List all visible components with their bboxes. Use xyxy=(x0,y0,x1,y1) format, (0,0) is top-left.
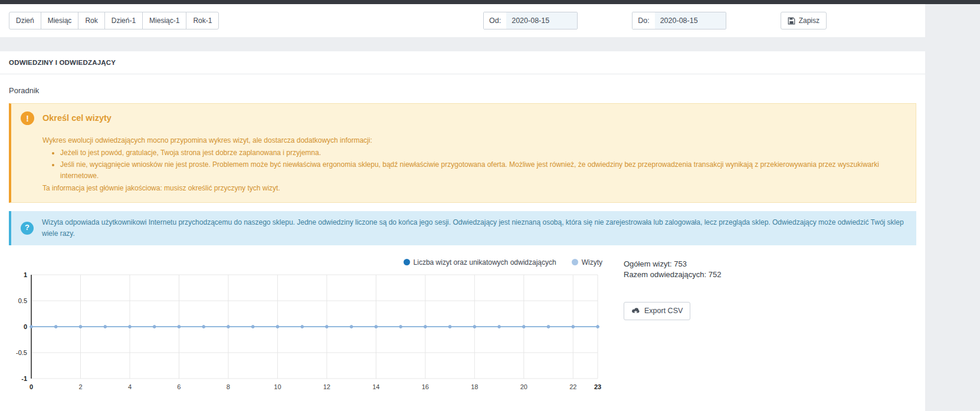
save-button[interactable]: Zapisz xyxy=(781,12,827,29)
date-to-input[interactable] xyxy=(655,12,726,29)
legend-item: Liczba wizyt oraz unikatowych odwidzając… xyxy=(404,258,556,267)
range-button-rok-1[interactable]: Rok-1 xyxy=(186,12,219,29)
date-toolbar: DzieńMiesiącRokDzień-1Miesiąc-1Rok-1 Od:… xyxy=(0,4,925,37)
cloud-download-icon xyxy=(631,307,640,314)
svg-text:2: 2 xyxy=(78,383,82,390)
export-csv-button[interactable]: Export CSV xyxy=(624,302,690,320)
warning-outro: Ta informacja jest głównie jakościowa: m… xyxy=(42,183,906,194)
date-controls: Od: Do: Zapisz xyxy=(483,12,916,29)
chart-legend: Liczba wizyt oraz unikatowych odwidzając… xyxy=(9,258,602,267)
total-visits: Ogółem wizyt: 753 xyxy=(624,259,721,268)
date-to-group: Do: xyxy=(632,12,726,29)
panel-body: Poradnik ! Określ cel wizyty Wykres ewol… xyxy=(0,74,925,405)
date-to-label: Do: xyxy=(632,12,654,29)
guide-label: Poradnik xyxy=(9,86,916,95)
legend-item: Wizyty xyxy=(572,258,602,267)
svg-text:8: 8 xyxy=(227,383,230,390)
total-visitors: Razem odwiedzających: 752 xyxy=(624,270,721,279)
svg-text:12: 12 xyxy=(323,383,330,390)
svg-text:16: 16 xyxy=(422,383,429,390)
svg-text:23: 23 xyxy=(594,383,601,390)
page: DzieńMiesiącRokDzień-1Miesiąc-1Rok-1 Od:… xyxy=(0,4,925,411)
svg-text:1: 1 xyxy=(24,271,27,278)
info-text: Wizyta odpowiada użytkownikowi Internetu… xyxy=(42,217,907,239)
range-button-miesic-1[interactable]: Miesiąc-1 xyxy=(142,12,186,29)
range-button-dzie-1[interactable]: Dzień-1 xyxy=(104,12,143,29)
svg-text:20: 20 xyxy=(520,383,527,390)
save-button-label: Zapisz xyxy=(799,17,820,25)
warning-content: Określ cel wizyty Wykres ewolucji odwied… xyxy=(42,111,906,194)
date-from-input[interactable] xyxy=(506,12,577,29)
svg-text:-0.5: -0.5 xyxy=(16,349,27,356)
warning-bullet-list: Jeżeli to jest powód, gratulacje, Twoja … xyxy=(42,147,906,182)
info-content: Wizyta odpowiada użytkownikowi Internetu… xyxy=(42,217,907,239)
info-box: ? Wizyta odpowiada użytkownikowi Interne… xyxy=(9,211,916,245)
legend-label: Wizyty xyxy=(582,258,602,267)
legend-label: Liczba wizyt oraz unikatowych odwidzając… xyxy=(414,258,556,267)
date-from-label: Od: xyxy=(484,12,506,29)
date-range-buttons: DzieńMiesiącRokDzień-1Miesiąc-1Rok-1 xyxy=(9,12,219,29)
svg-text:10: 10 xyxy=(274,383,281,390)
svg-text:18: 18 xyxy=(471,383,478,390)
date-from-group: Od: xyxy=(483,12,578,29)
chart-section: Liczba wizyt oraz unikatowych odwidzając… xyxy=(9,258,916,396)
svg-text:0: 0 xyxy=(24,323,27,330)
svg-text:-1: -1 xyxy=(21,375,27,382)
warning-icon: ! xyxy=(21,111,34,125)
top-bar xyxy=(0,0,980,4)
export-csv-label: Export CSV xyxy=(644,307,683,315)
warning-bullet: Jeżeli to jest powód, gratulacje, Twoja … xyxy=(60,147,906,159)
svg-text:0.5: 0.5 xyxy=(18,297,27,304)
legend-dot xyxy=(572,259,578,265)
stats-column: Ogółem wizyt: 753 Razem odwiedzających: … xyxy=(624,258,721,396)
range-button-dzie[interactable]: Dzień xyxy=(9,12,41,29)
warning-bullet: Jeśli nie, wyciągnięcie wniosków nie jes… xyxy=(60,159,906,182)
range-button-rok[interactable]: Rok xyxy=(78,12,104,29)
svg-text:14: 14 xyxy=(372,383,379,390)
svg-text:22: 22 xyxy=(569,383,576,390)
legend-dot xyxy=(404,259,410,265)
warning-intro: Wykres ewolucji odwiedzających mocno prz… xyxy=(42,135,906,146)
stats-panel: ODWIEDZINY I ODWIEDZAJĄCY Poradnik ! Okr… xyxy=(0,51,925,411)
section-title: ODWIEDZINY I ODWIEDZAJĄCY xyxy=(0,51,925,74)
warning-box: ! Określ cel wizyty Wykres ewolucji odwi… xyxy=(9,103,916,202)
svg-text:0: 0 xyxy=(30,383,33,390)
chart-column: Liczba wizyt oraz unikatowych odwidzając… xyxy=(9,258,611,396)
range-button-miesic[interactable]: Miesiąc xyxy=(41,12,79,29)
warning-title: Określ cel wizyty xyxy=(42,111,906,125)
visits-chart: -1-0.500.51024681012141618202223 xyxy=(9,269,605,394)
question-icon: ? xyxy=(21,222,34,235)
save-icon xyxy=(788,17,795,25)
svg-text:4: 4 xyxy=(128,383,132,390)
svg-text:6: 6 xyxy=(177,383,181,390)
